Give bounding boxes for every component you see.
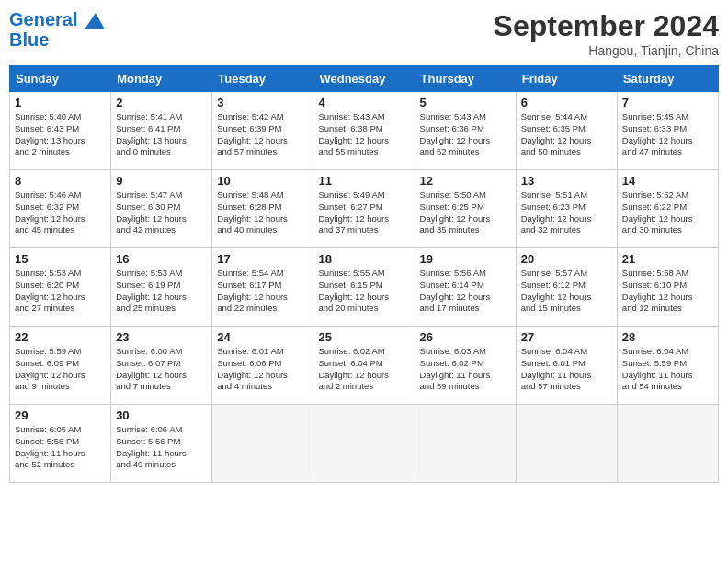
day-number-18: 18: [318, 252, 409, 266]
day-cell-1: 1 Sunrise: 5:40 AMSunset: 6:43 PMDayligh…: [10, 92, 111, 170]
day-cell-28: 28 Sunrise: 6:04 AMSunset: 5:59 PMDaylig…: [617, 327, 718, 405]
day-cell-7: 7 Sunrise: 5:45 AMSunset: 6:33 PMDayligh…: [617, 92, 718, 170]
day-number-14: 14: [622, 174, 713, 188]
logo: General Blue: [9, 9, 105, 50]
day-content-7: Sunrise: 5:45 AMSunset: 6:33 PMDaylight:…: [622, 111, 713, 158]
day-content-27: Sunrise: 6:04 AMSunset: 6:01 PMDaylight:…: [521, 346, 612, 393]
day-cell-6: 6 Sunrise: 5:44 AMSunset: 6:35 PMDayligh…: [516, 92, 617, 170]
day-content-3: Sunrise: 5:42 AMSunset: 6:39 PMDaylight:…: [217, 111, 308, 158]
logo-arrow-icon: [85, 13, 105, 29]
day-content-2: Sunrise: 5:41 AMSunset: 6:41 PMDaylight:…: [116, 111, 207, 158]
day-cell-27: 27 Sunrise: 6:04 AMSunset: 6:01 PMDaylig…: [516, 327, 617, 405]
day-cell-14: 14 Sunrise: 5:52 AMSunset: 6:22 PMDaylig…: [617, 170, 718, 248]
location: Hangou, Tianjin, China: [494, 43, 719, 58]
week-row: 1 Sunrise: 5:40 AMSunset: 6:43 PMDayligh…: [10, 92, 719, 170]
day-cell-12: 12 Sunrise: 5:50 AMSunset: 6:25 PMDaylig…: [415, 170, 516, 248]
day-number-7: 7: [622, 96, 713, 109]
empty-cell: [415, 405, 516, 483]
day-content-14: Sunrise: 5:52 AMSunset: 6:22 PMDaylight:…: [622, 190, 713, 236]
header-saturday: Saturday: [617, 66, 718, 92]
day-cell-25: 25 Sunrise: 6:02 AMSunset: 6:04 PMDaylig…: [313, 327, 415, 405]
header-friday: Friday: [516, 66, 617, 92]
day-content-28: Sunrise: 6:04 AMSunset: 5:59 PMDaylight:…: [622, 346, 713, 393]
day-number-25: 25: [318, 330, 409, 344]
day-number-22: 22: [15, 330, 106, 344]
day-cell-3: 3 Sunrise: 5:42 AMSunset: 6:39 PMDayligh…: [212, 92, 313, 170]
day-number-27: 27: [521, 330, 612, 344]
day-content-29: Sunrise: 6:05 AMSunset: 5:58 PMDaylight:…: [15, 424, 106, 471]
day-number-12: 12: [420, 174, 511, 188]
week-row: 29 Sunrise: 6:05 AMSunset: 5:58 PMDaylig…: [10, 405, 719, 483]
day-cell-26: 26 Sunrise: 6:03 AMSunset: 6:02 PMDaylig…: [415, 327, 516, 405]
empty-cell: [516, 405, 617, 483]
day-content-23: Sunrise: 6:00 AMSunset: 6:07 PMDaylight:…: [116, 346, 207, 393]
day-cell-2: 2 Sunrise: 5:41 AMSunset: 6:41 PMDayligh…: [111, 92, 212, 170]
month-title: September 2024: [494, 9, 719, 43]
day-content-17: Sunrise: 5:54 AMSunset: 6:17 PMDaylight:…: [217, 268, 308, 315]
day-number-26: 26: [420, 330, 511, 344]
day-content-26: Sunrise: 6:03 AMSunset: 6:02 PMDaylight:…: [420, 346, 511, 393]
day-cell-22: 22 Sunrise: 5:59 AMSunset: 6:09 PMDaylig…: [10, 327, 111, 405]
day-content-30: Sunrise: 6:06 AMSunset: 5:56 PMDaylight:…: [116, 424, 207, 471]
empty-cell: [313, 405, 415, 483]
day-number-8: 8: [15, 174, 106, 188]
day-number-17: 17: [217, 252, 308, 266]
logo-blue: Blue: [9, 29, 105, 50]
day-number-28: 28: [622, 330, 713, 344]
day-number-23: 23: [116, 330, 207, 344]
day-cell-19: 19 Sunrise: 5:56 AMSunset: 6:14 PMDaylig…: [415, 248, 516, 327]
day-number-5: 5: [420, 96, 511, 109]
day-content-11: Sunrise: 5:49 AMSunset: 6:27 PMDaylight:…: [318, 190, 409, 236]
day-number-1: 1: [15, 96, 106, 109]
day-number-4: 4: [318, 96, 409, 109]
day-content-12: Sunrise: 5:50 AMSunset: 6:25 PMDaylight:…: [420, 190, 511, 236]
day-content-13: Sunrise: 5:51 AMSunset: 6:23 PMDaylight:…: [521, 190, 612, 236]
header-tuesday: Tuesday: [212, 66, 313, 92]
day-cell-21: 21 Sunrise: 5:58 AMSunset: 6:10 PMDaylig…: [617, 248, 718, 327]
day-number-29: 29: [15, 408, 106, 422]
day-content-19: Sunrise: 5:56 AMSunset: 6:14 PMDaylight:…: [420, 268, 511, 315]
day-content-20: Sunrise: 5:57 AMSunset: 6:12 PMDaylight:…: [521, 268, 612, 315]
day-cell-11: 11 Sunrise: 5:49 AMSunset: 6:27 PMDaylig…: [313, 170, 415, 248]
day-content-16: Sunrise: 5:53 AMSunset: 6:19 PMDaylight:…: [116, 268, 207, 315]
day-number-30: 30: [116, 408, 207, 422]
day-cell-9: 9 Sunrise: 5:47 AMSunset: 6:30 PMDayligh…: [111, 170, 212, 248]
day-number-9: 9: [116, 174, 207, 188]
day-cell-4: 4 Sunrise: 5:43 AMSunset: 6:38 PMDayligh…: [313, 92, 415, 170]
day-content-5: Sunrise: 5:43 AMSunset: 6:36 PMDaylight:…: [420, 111, 511, 158]
day-number-16: 16: [116, 252, 207, 266]
day-cell-10: 10 Sunrise: 5:48 AMSunset: 6:28 PMDaylig…: [212, 170, 313, 248]
day-number-20: 20: [521, 252, 612, 266]
header-monday: Monday: [111, 66, 212, 92]
day-content-15: Sunrise: 5:53 AMSunset: 6:20 PMDaylight:…: [15, 268, 106, 315]
day-content-9: Sunrise: 5:47 AMSunset: 6:30 PMDaylight:…: [116, 190, 207, 236]
day-content-25: Sunrise: 6:02 AMSunset: 6:04 PMDaylight:…: [318, 346, 409, 393]
day-cell-13: 13 Sunrise: 5:51 AMSunset: 6:23 PMDaylig…: [516, 170, 617, 248]
day-cell-15: 15 Sunrise: 5:53 AMSunset: 6:20 PMDaylig…: [10, 248, 111, 327]
day-content-24: Sunrise: 6:01 AMSunset: 6:06 PMDaylight:…: [217, 346, 308, 393]
day-cell-29: 29 Sunrise: 6:05 AMSunset: 5:58 PMDaylig…: [10, 405, 111, 483]
day-content-6: Sunrise: 5:44 AMSunset: 6:35 PMDaylight:…: [521, 111, 612, 158]
day-cell-8: 8 Sunrise: 5:46 AMSunset: 6:32 PMDayligh…: [10, 170, 111, 248]
empty-cell: [617, 405, 718, 483]
day-number-11: 11: [318, 174, 409, 188]
empty-cell: [212, 405, 313, 483]
header-sunday: Sunday: [10, 66, 111, 92]
calendar-table: Sunday Monday Tuesday Wednesday Thursday…: [9, 65, 719, 483]
day-cell-23: 23 Sunrise: 6:00 AMSunset: 6:07 PMDaylig…: [111, 327, 212, 405]
day-cell-16: 16 Sunrise: 5:53 AMSunset: 6:19 PMDaylig…: [111, 248, 212, 327]
day-number-15: 15: [15, 252, 106, 266]
header-thursday: Thursday: [415, 66, 516, 92]
logo-text: General: [9, 9, 105, 29]
day-content-21: Sunrise: 5:58 AMSunset: 6:10 PMDaylight:…: [622, 268, 713, 315]
page-header: General Blue September 2024 Hangou, Tian…: [9, 9, 719, 58]
day-number-6: 6: [521, 96, 612, 109]
day-number-2: 2: [116, 96, 207, 109]
day-number-21: 21: [622, 252, 713, 266]
day-content-1: Sunrise: 5:40 AMSunset: 6:43 PMDaylight:…: [15, 111, 106, 158]
header-wednesday: Wednesday: [313, 66, 415, 92]
day-cell-5: 5 Sunrise: 5:43 AMSunset: 6:36 PMDayligh…: [415, 92, 516, 170]
day-cell-20: 20 Sunrise: 5:57 AMSunset: 6:12 PMDaylig…: [516, 248, 617, 327]
day-content-8: Sunrise: 5:46 AMSunset: 6:32 PMDaylight:…: [15, 190, 106, 236]
weekday-header-row: Sunday Monday Tuesday Wednesday Thursday…: [10, 66, 719, 92]
